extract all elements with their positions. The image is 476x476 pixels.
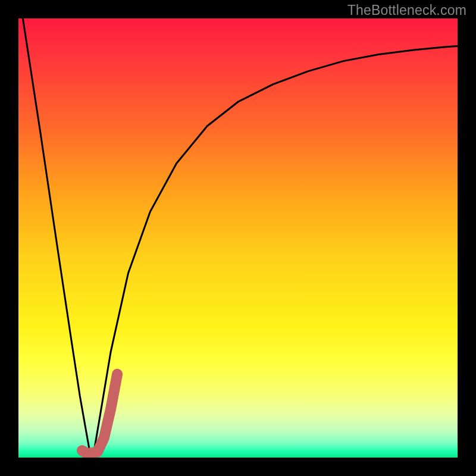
background-gradient bbox=[18, 18, 458, 458]
chart-frame: TheBottleneck.com bbox=[0, 0, 476, 476]
svg-rect-0 bbox=[18, 18, 458, 458]
watermark-text: TheBottleneck.com bbox=[347, 2, 466, 18]
plot-area bbox=[18, 18, 458, 458]
